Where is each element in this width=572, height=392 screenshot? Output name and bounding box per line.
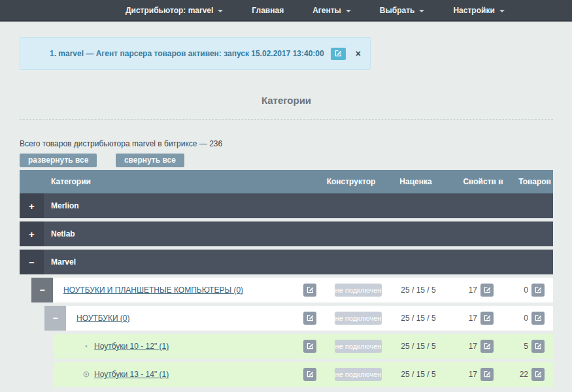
props-count: 17 — [469, 370, 477, 379]
bullet-circle-icon — [83, 343, 90, 350]
markup-value: 25 / 15 / 5 — [390, 342, 447, 351]
products-edit-button[interactable] — [531, 340, 545, 353]
edit-icon — [535, 314, 542, 323]
products-count: 0 — [524, 286, 528, 295]
category-row-notebooks-13-14: Ноутбуки 13 - 14" (1) не подключен 25 / … — [54, 362, 553, 387]
products-count: 0 — [524, 314, 528, 323]
agent-status-alert: 1. marvel — Агент парсера товаров активе… — [20, 37, 371, 70]
category-row-notebooks: − НОУТБУКИ (0) не подключен 25 / 15 / 5 … — [44, 306, 553, 331]
header-constructor: Конструктор — [312, 170, 390, 193]
collapse-icon[interactable]: − — [44, 306, 66, 331]
group-row-netlab: + Netlab — [20, 221, 553, 246]
category-link[interactable]: Ноутбуки 13 - 14" (1) — [94, 370, 169, 379]
status-badge: не подключен — [335, 312, 382, 325]
edit-icon — [535, 370, 542, 380]
collapse-icon[interactable]: − — [20, 250, 44, 274]
bullet-circle-icon — [83, 371, 90, 378]
edit-icon — [484, 314, 491, 323]
agent-edit-button[interactable] — [331, 48, 346, 60]
group-label: Netlab — [51, 229, 75, 238]
nav-home[interactable]: Главная — [252, 6, 284, 15]
category-link[interactable]: Ноутбуки 10 - 12" (1) — [94, 342, 169, 351]
products-edit-button[interactable] — [531, 312, 545, 325]
group-row-marvel: − Marvel — [20, 250, 553, 274]
page-title: Категории — [20, 95, 553, 106]
edit-icon — [307, 370, 314, 380]
props-edit-button[interactable] — [480, 284, 494, 297]
products-count: 22 — [520, 370, 528, 379]
nav-agents-label: Агенты — [312, 6, 341, 15]
props-edit-button[interactable] — [480, 340, 494, 353]
expand-all-button[interactable]: развернуть все — [20, 154, 97, 167]
props-count: 17 — [469, 286, 477, 295]
edit-icon — [484, 342, 491, 351]
props-edit-button[interactable] — [480, 312, 494, 325]
chevron-down-icon — [499, 10, 505, 12]
nav-settings-label: Настройки — [453, 6, 494, 15]
category-row-notebooks-10-12: Ноутбуки 10 - 12" (1) не подключен 25 / … — [54, 334, 553, 359]
status-badge: не подключен — [335, 340, 382, 353]
nav-agents-dropdown[interactable]: Агенты — [312, 6, 351, 15]
edit-icon — [307, 314, 314, 323]
props-edit-button[interactable] — [480, 368, 494, 381]
edit-icon — [484, 286, 491, 295]
close-icon[interactable]: × — [356, 49, 361, 58]
edit-icon — [484, 370, 491, 380]
props-count: 17 — [469, 342, 477, 351]
group-row-merlion: + Merlion — [20, 193, 553, 218]
markup-value: 25 / 15 / 5 — [390, 314, 447, 323]
group-label: Merlion — [51, 201, 79, 210]
edit-icon — [307, 286, 314, 295]
header-products: Товаров — [499, 170, 551, 193]
products-edit-button[interactable] — [531, 284, 545, 297]
status-badge: не подключен — [335, 284, 382, 297]
collapse-all-button[interactable]: свернуть все — [116, 154, 184, 167]
total-products-summary: Всего товаров дистрибьютора marvel в бит… — [20, 139, 553, 148]
category-edit-button[interactable] — [303, 340, 316, 353]
nav-distributor-dropdown[interactable]: Дистрибьютор: marvel — [126, 6, 223, 15]
category-edit-button[interactable] — [303, 368, 316, 381]
products-edit-button[interactable] — [531, 368, 545, 381]
edit-icon — [535, 286, 542, 295]
collapse-icon[interactable]: − — [31, 278, 53, 302]
props-count: 17 — [469, 314, 477, 323]
nav-home-label: Главная — [252, 6, 284, 15]
chevron-down-icon — [218, 10, 223, 12]
category-edit-button[interactable] — [303, 284, 316, 297]
dashed-divider — [20, 119, 553, 120]
nav-select-dropdown[interactable]: Выбрать — [380, 6, 425, 15]
group-label: Marvel — [51, 257, 76, 267]
category-link[interactable]: НОУТБУКИ И ПЛАНШЕТНЫЕ КОМПЬЮТЕРЫ (0) — [63, 286, 243, 295]
nav-settings-dropdown[interactable]: Настройки — [453, 6, 504, 15]
edit-icon — [535, 342, 542, 351]
category-row-notebooks-tablets: − НОУТБУКИ И ПЛАНШЕТНЫЕ КОМПЬЮТЕРЫ (0) н… — [31, 278, 553, 302]
chevron-down-icon — [346, 10, 351, 12]
expand-icon[interactable]: + — [20, 193, 44, 218]
status-badge: не подключен — [335, 368, 382, 381]
category-edit-button[interactable] — [303, 312, 316, 325]
top-navbar: Дистрибьютор: marvel Главная Агенты Выбр… — [0, 0, 572, 22]
edit-icon — [307, 342, 314, 351]
header-categories: Категории — [20, 177, 91, 186]
agent-status-message: 1. marvel — Агент парсера товаров активе… — [50, 49, 324, 58]
expand-icon[interactable]: + — [20, 221, 44, 246]
category-link[interactable]: НОУТБУКИ (0) — [76, 314, 130, 323]
markup-value: 25 / 15 / 5 — [390, 286, 447, 295]
products-count: 5 — [524, 342, 528, 351]
edit-icon — [335, 49, 342, 59]
chevron-down-icon — [419, 10, 424, 12]
nav-select-label: Выбрать — [380, 6, 415, 15]
markup-value: 25 / 15 / 5 — [390, 370, 447, 379]
table-header: Категории Конструктор Наценка Свойств в … — [20, 170, 553, 193]
nav-distributor-label: Дистрибьютор: marvel — [126, 6, 213, 15]
header-markup: Наценка — [383, 170, 448, 193]
